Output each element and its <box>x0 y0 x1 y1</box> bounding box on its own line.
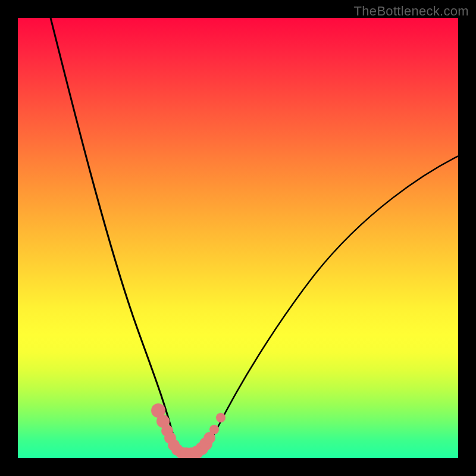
marker-dot <box>216 413 226 422</box>
plot-area <box>18 18 458 458</box>
curve-right <box>198 152 458 456</box>
chart-svg <box>18 18 458 458</box>
marker-group <box>151 403 226 458</box>
curve-left <box>48 18 182 457</box>
watermark-text: TheBottleneck.com <box>354 4 469 19</box>
chart-frame: TheBottleneck.com <box>0 0 476 476</box>
marker-dot <box>209 425 219 434</box>
